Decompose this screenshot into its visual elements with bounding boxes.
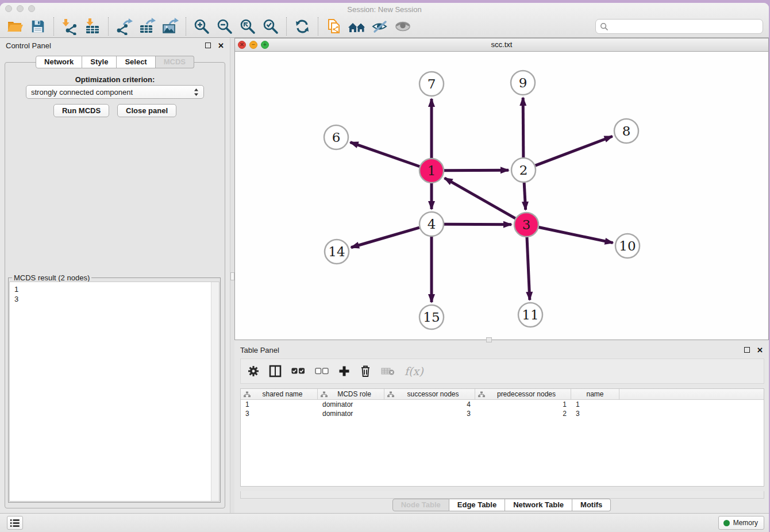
maximize-window-button[interactable] [28,5,35,12]
divider-handle[interactable] [230,272,234,280]
first-neighbors-button[interactable] [322,17,345,36]
edge-2-9[interactable] [523,98,523,157]
column-header-mcds-role[interactable]: MCDS role [318,389,384,399]
hide-graphics-details-button[interactable] [368,17,391,36]
export-image-icon [161,18,179,35]
edge-3-11[interactable] [527,237,530,300]
network-close-button[interactable]: ✕ [238,41,246,49]
horizontal-scrollbar[interactable] [240,491,764,499]
float-panel-icon[interactable] [205,43,211,48]
toolbar-separator [53,17,54,36]
home-view-button[interactable] [345,17,368,36]
table-row[interactable]: 3dominator323 [241,409,764,418]
network-canvas[interactable]: 7968124314101511 [235,52,768,340]
zoom-out-button[interactable] [213,17,236,36]
node-9[interactable]: 9 [511,71,535,95]
edge-1-2[interactable] [444,170,509,171]
node-6[interactable]: 6 [324,125,348,149]
node-3[interactable]: 3 [514,213,538,237]
edge-4-3[interactable] [444,224,511,225]
import-table-button[interactable] [81,17,104,36]
node-14[interactable]: 14 [325,240,349,264]
toolbar-separator [318,17,318,36]
export-network-button[interactable] [113,17,136,36]
vertical-scrollbar[interactable] [211,282,219,501]
column-layout-button[interactable] [269,365,282,377]
add-column-button[interactable] [338,365,350,377]
float-panel-icon[interactable] [744,347,750,353]
search-input[interactable] [595,19,763,34]
show-graphics-details-button[interactable] [391,17,414,36]
edge-3-10[interactable] [539,228,613,243]
select-all-checkboxes-button[interactable] [291,368,305,375]
mcds-result-list: 13 [9,282,220,502]
table-row[interactable]: 1dominator411 [241,400,764,409]
memory-button[interactable]: Memory [718,516,764,530]
function-builder-button[interactable]: f(x) [405,365,424,377]
zoom-selected-button[interactable] [259,17,282,36]
node-7[interactable]: 7 [419,72,444,96]
zoom-in-button[interactable] [190,17,213,36]
tab-network-table[interactable]: Network Table [505,499,572,511]
close-window-button[interactable] [5,5,12,12]
table-cell: 2 [475,409,571,418]
node-label: 8 [622,124,631,138]
window-controls[interactable] [5,5,35,12]
tab-mcds[interactable]: MCDS [156,56,194,68]
edge-2-3[interactable] [524,183,525,210]
tab-select[interactable]: Select [117,56,155,68]
memory-status-icon [723,520,730,526]
import-network-button[interactable] [58,17,81,36]
split-divider-handle[interactable] [486,337,492,342]
open-session-button[interactable] [3,17,26,36]
node-4[interactable]: 4 [419,212,444,236]
minimize-window-button[interactable] [17,5,24,12]
mcds-tab-content: Optimization criterion: strongly connect… [5,62,225,508]
edge-3-1[interactable] [445,178,515,218]
tab-edge-table[interactable]: Edge Table [449,499,505,511]
tab-network[interactable]: Network [36,56,82,68]
zoom-fit-button[interactable] [236,17,259,36]
export-table-button[interactable] [136,17,159,36]
column-header-predecessor-nodes[interactable]: predecessor nodes [475,389,571,399]
settings-gear-button[interactable] [248,365,259,377]
table-panel-header: Table Panel ✕ [234,342,769,357]
run-mcds-button[interactable]: Run MCDS [53,104,109,117]
delete-column-button[interactable] [360,365,371,377]
mcds-result-item[interactable]: 1 [10,282,219,294]
network-maximize-button[interactable]: + [261,41,269,49]
network-minimize-button[interactable]: − [249,41,257,49]
deselect-all-checkboxes-button[interactable] [315,368,329,375]
criterion-dropdown[interactable]: strongly connected component [26,85,204,99]
column-header-name[interactable]: name [571,389,619,399]
export-image-button[interactable] [159,17,182,36]
close-panel-button[interactable]: Close panel [117,104,176,117]
mcds-buttons: Run MCDS Close panel [5,104,225,117]
window-title: Session: New Session [0,3,769,16]
column-header-shared-name[interactable]: shared name [241,389,318,399]
tab-node-table[interactable]: Node Table [392,499,449,511]
close-panel-icon[interactable]: ✕ [218,41,224,50]
delete-table-icon [381,367,395,376]
edge-1-6[interactable] [351,142,420,167]
checked-boxes-icon [291,368,305,375]
node-label: 1 [428,163,436,178]
node-15[interactable]: 15 [419,305,444,329]
node-1[interactable]: 1 [419,159,444,183]
save-session-button[interactable] [26,17,49,36]
column-header-successor-nodes[interactable]: successor nodes [384,389,475,399]
edge-2-8[interactable] [536,136,613,165]
tab-style[interactable]: Style [82,56,117,68]
node-11[interactable]: 11 [518,303,542,327]
delete-table-button[interactable] [381,367,395,376]
node-10[interactable]: 10 [615,234,640,258]
node-2[interactable]: 2 [511,158,536,182]
refresh-button[interactable] [291,17,314,36]
tab-motifs[interactable]: Motifs [572,499,611,511]
mcds-result-item[interactable]: 3 [10,294,219,304]
task-history-button[interactable] [7,516,23,530]
node-8[interactable]: 8 [614,119,638,143]
panel-divider[interactable] [230,38,234,513]
close-panel-icon[interactable]: ✕ [757,346,763,354]
edge-4-14[interactable] [351,228,419,248]
